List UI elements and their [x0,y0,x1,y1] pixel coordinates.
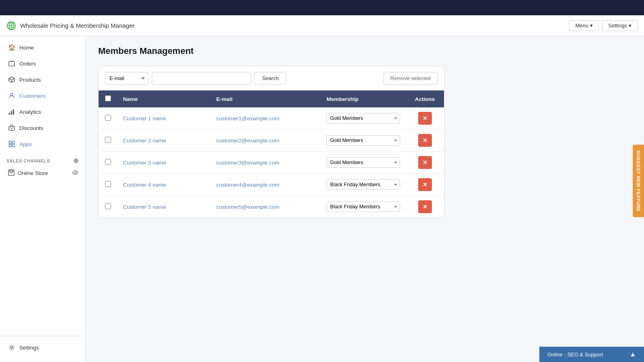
svg-rect-6 [9,113,10,115]
customer-name-cell: Customer 2 name [117,130,211,152]
sidebar-item-label: Apps [19,141,32,147]
actions-column-header: Actions [406,90,444,107]
row-checkbox[interactable] [105,203,111,209]
settings-header-button[interactable]: Settings ▾ [602,20,638,31]
membership-select[interactable]: Gold MembersBlack Friday MembersSilver M… [326,202,400,212]
remove-selected-button[interactable]: Remove selected [384,72,438,84]
delete-customer-button[interactable]: ✕ [418,112,432,125]
sidebar-item-home[interactable]: 🏠 Home [2,40,83,55]
row-checkbox[interactable] [105,181,111,187]
customer-name-cell: Customer 3 name [117,152,211,174]
customer-email: customer4@example.com [216,182,279,188]
membership-select[interactable]: Gold MembersBlack Friday MembersSilver M… [326,113,400,123]
actions-cell: ✕ [406,152,444,174]
sidebar-item-discounts[interactable]: Discounts [2,120,83,136]
bottom-bar-close-icon[interactable]: ▲ [630,351,636,358]
delete-customer-button[interactable]: ✕ [418,200,432,213]
remove-selected-label: Remove selected [390,75,431,81]
name-column-header: Name [117,90,211,107]
sidebar-item-orders[interactable]: Orders [2,56,83,71]
suggest-new-feature-tab[interactable]: Suggest New Feature [633,145,644,217]
search-input[interactable] [152,72,251,84]
sidebar-item-label: Discounts [19,125,43,131]
table-row: Customer 5 namecustomer5@example.comGold… [99,196,444,218]
actions-cell: ✕ [406,196,444,218]
chevron-down-icon: ▾ [629,23,632,29]
customer-email-cell: customer3@example.com [211,152,321,174]
layout: 🏠 Home Orders Products Customers Anal [0,36,644,362]
sidebar-item-label: Products [19,77,41,83]
apps-icon [8,140,15,148]
sidebar-item-products[interactable]: Products [2,72,83,87]
row-checkbox[interactable] [105,115,111,121]
sidebar-item-apps[interactable]: Apps [2,136,83,152]
customer-name-link[interactable]: Customer 3 name [123,160,166,166]
select-all-header[interactable] [99,90,117,107]
row-checkbox[interactable] [105,159,111,165]
row-checkbox-cell [99,174,117,196]
svg-rect-4 [9,62,14,66]
table-body: Customer 1 namecustomer1@example.comGold… [99,107,444,218]
svg-point-16 [74,172,76,173]
bottom-bar: Online - SEO & Support ▲ [539,347,644,362]
page-title: Members Management [98,46,631,56]
table-row: Customer 1 namecustomer1@example.comGold… [99,107,444,130]
sidebar-item-customers[interactable]: Customers [2,88,83,103]
sidebar-footer: Settings [0,336,85,359]
discounts-icon [8,124,15,132]
table-row: Customer 3 namecustomer3@example.comGold… [99,152,444,174]
customers-icon [8,92,15,99]
sidebar-item-online-store[interactable]: Online Store [0,166,85,180]
search-filter-select[interactable]: E-mail Name Membership [105,72,149,84]
delete-customer-button[interactable]: ✕ [418,156,432,169]
online-store-label: Online Store [18,170,48,176]
membership-select[interactable]: Gold MembersBlack Friday MembersSilver M… [326,135,400,146]
membership-cell: Gold MembersBlack Friday MembersSilver M… [321,174,406,196]
home-icon: 🏠 [8,44,15,51]
sidebar-item-label: Orders [19,61,36,67]
orders-icon [8,60,15,67]
customer-name-cell: Customer 4 name [117,174,211,196]
sidebar-item-label: Customers [19,93,45,99]
membership-select[interactable]: Gold MembersBlack Friday MembersSilver M… [326,179,400,190]
customer-email: customer3@example.com [216,160,279,166]
row-checkbox-cell [99,130,117,152]
customer-name-cell: Customer 5 name [117,196,211,218]
menu-button[interactable]: Menu ▾ [569,20,599,31]
customer-name-link[interactable]: Customer 1 name [123,115,166,121]
row-checkbox-cell [99,107,117,130]
delete-customer-button[interactable]: ✕ [418,134,432,147]
table-row: Customer 2 namecustomer2@example.comGold… [99,130,444,152]
customer-email: customer2@example.com [216,138,279,144]
svg-rect-8 [13,109,14,115]
customer-name-link[interactable]: Customer 2 name [123,138,166,144]
customer-email-cell: customer1@example.com [211,107,321,130]
online-store-icon [8,169,14,177]
app-header-right: Menu ▾ Settings ▾ [569,20,638,31]
sales-channels-section: SALES CHANNELS ⊕ [0,152,85,166]
membership-select[interactable]: Gold MembersBlack Friday MembersSilver M… [326,157,400,168]
table-toolbar: E-mail Name Membership Search Remove sel… [99,66,444,90]
svg-rect-14 [12,144,14,147]
customer-email: customer5@example.com [216,204,279,210]
bottom-bar-label: Online - SEO & Support [547,352,603,358]
app-header-left: Wholesale Pricing & Membership Manager [6,21,569,31]
table-header: Name E-mail Membership Actions [99,90,444,107]
customer-name-cell: Customer 1 name [117,107,211,130]
customer-name-link[interactable]: Customer 4 name [123,182,166,188]
sidebar-item-settings[interactable]: Settings [2,340,83,355]
eye-icon [72,170,78,176]
sidebar-item-analytics[interactable]: Analytics [2,104,83,119]
delete-customer-button[interactable]: ✕ [418,178,432,191]
membership-column-header: Membership [321,90,406,107]
row-checkbox[interactable] [105,137,111,143]
customer-email-cell: customer4@example.com [211,174,321,196]
search-button[interactable]: Search [254,72,286,84]
membership-cell: Gold MembersBlack Friday MembersSilver M… [321,152,406,174]
search-label: Search [262,75,279,81]
customer-name-link[interactable]: Customer 5 name [123,204,166,210]
add-sales-channel-icon[interactable]: ⊕ [73,157,79,165]
app-title: Wholesale Pricing & Membership Manager [20,22,134,29]
sidebar-item-label: Home [19,45,34,51]
select-all-checkbox[interactable] [105,95,111,101]
